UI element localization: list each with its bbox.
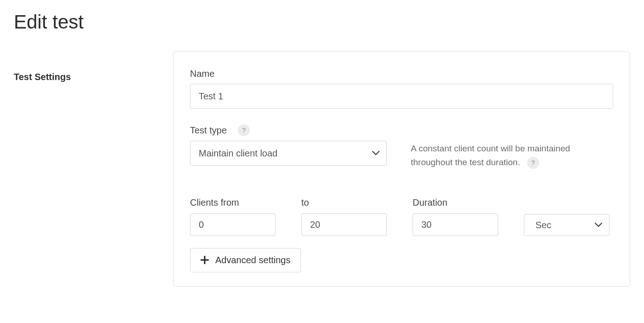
name-input[interactable] bbox=[190, 84, 613, 109]
test-type-help-icon[interactable]: ? bbox=[238, 124, 250, 136]
page-title: Edit test bbox=[14, 11, 630, 33]
duration-unit-spacer bbox=[524, 198, 610, 208]
duration-input[interactable] bbox=[413, 213, 498, 236]
clients-to-label: to bbox=[301, 197, 387, 208]
duration-label: Duration bbox=[413, 197, 498, 208]
clients-from-input[interactable] bbox=[190, 213, 276, 236]
section-label: Test Settings bbox=[14, 52, 173, 82]
test-type-description: A constant client count will be maintain… bbox=[411, 141, 613, 170]
test-type-description-help-icon[interactable]: ? bbox=[527, 157, 539, 169]
advanced-settings-label: Advanced settings bbox=[215, 255, 290, 265]
settings-panel: Name Test type ? Maintain client load bbox=[173, 52, 630, 287]
test-type-select[interactable]: Maintain client load bbox=[190, 141, 387, 166]
advanced-settings-button[interactable]: Advanced settings bbox=[190, 248, 301, 272]
test-type-label: Test type bbox=[190, 125, 227, 136]
duration-unit-select[interactable]: Sec bbox=[524, 214, 610, 236]
test-type-description-text: A constant client count will be maintain… bbox=[411, 144, 570, 167]
name-label: Name bbox=[190, 69, 613, 79]
clients-from-label: Clients from bbox=[190, 197, 276, 208]
test-type-label-row: Test type ? bbox=[190, 124, 613, 136]
plus-icon bbox=[201, 256, 209, 264]
clients-to-input[interactable] bbox=[301, 213, 387, 236]
